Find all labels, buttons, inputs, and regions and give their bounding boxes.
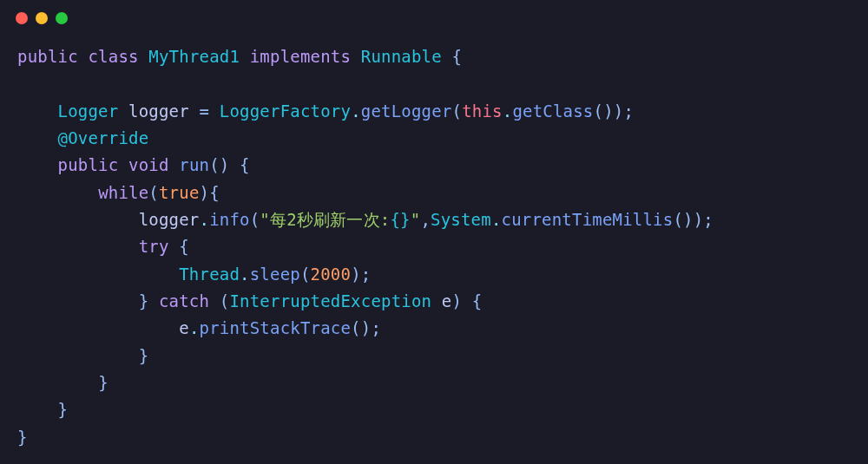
equals: = xyxy=(200,101,210,121)
paren: ) xyxy=(683,210,694,229)
string-placeholder: {} xyxy=(390,210,410,229)
paren: ( xyxy=(673,210,683,229)
brace: } xyxy=(139,346,149,365)
method-getclass: getClass xyxy=(512,101,593,121)
paren: ) xyxy=(361,318,372,337)
keyword-try: try xyxy=(139,237,169,256)
semicolon: ; xyxy=(703,210,713,229)
ident-logger: logger xyxy=(139,210,200,229)
type-interruptedexception: InterruptedException xyxy=(229,291,431,310)
brace: { xyxy=(209,183,220,202)
semicolon: ; xyxy=(371,318,381,337)
annotation-override: @Override xyxy=(58,128,149,147)
type-loggerfactory: LoggerFactory xyxy=(220,101,351,121)
paren: ( xyxy=(300,265,311,284)
code-block: public class MyThread1 implements Runnab… xyxy=(0,28,868,451)
paren: ) xyxy=(694,210,704,229)
semicolon: ; xyxy=(623,101,634,121)
brace: } xyxy=(17,428,28,447)
keyword-implements: implements xyxy=(250,47,351,66)
string-body: 每2秒刷新一次: xyxy=(270,210,390,229)
brace: } xyxy=(58,400,69,419)
ident-e: e xyxy=(442,291,452,310)
interface-name: Runnable xyxy=(361,47,442,66)
type-logger: Logger xyxy=(58,101,119,121)
ident-e: e xyxy=(179,318,189,337)
method-getlogger: getLogger xyxy=(361,101,452,121)
paren: ) xyxy=(351,265,361,284)
keyword-void: void xyxy=(128,155,169,174)
keyword-while: while xyxy=(98,183,148,202)
class-name: MyThread1 xyxy=(148,47,240,66)
method-run: run xyxy=(179,155,209,174)
method-printstacktrace: printStackTrace xyxy=(200,318,352,337)
keyword-catch: catch xyxy=(159,291,209,310)
brace: { xyxy=(179,237,189,256)
code-window: public class MyThread1 implements Runnab… xyxy=(0,0,868,464)
string-quote: " xyxy=(260,210,270,229)
close-icon[interactable] xyxy=(16,12,28,24)
brace: } xyxy=(98,373,108,392)
paren: ) xyxy=(603,101,614,121)
dot: . xyxy=(240,265,250,284)
paren: ) xyxy=(220,155,230,174)
method-sleep: sleep xyxy=(250,265,300,284)
paren: ( xyxy=(209,155,220,174)
dot: . xyxy=(351,101,361,121)
brace: { xyxy=(452,47,463,66)
dot: . xyxy=(491,210,502,229)
paren: ) xyxy=(614,101,624,121)
brace: } xyxy=(139,291,149,310)
paren: ( xyxy=(452,101,463,121)
paren: ) xyxy=(452,291,463,310)
literal-2000: 2000 xyxy=(311,265,352,284)
ident-logger: logger xyxy=(128,101,189,121)
dot: . xyxy=(503,101,513,121)
method-currenttimemillis: currentTimeMillis xyxy=(502,210,674,229)
window-titlebar xyxy=(0,0,868,28)
keyword-public: public xyxy=(58,155,119,174)
brace: { xyxy=(472,291,483,310)
keyword-class: class xyxy=(88,47,138,66)
paren: ( xyxy=(148,183,159,202)
semicolon: ; xyxy=(361,265,372,284)
method-info: info xyxy=(209,210,250,229)
dot: . xyxy=(200,210,210,229)
keyword-public: public xyxy=(17,47,78,66)
dot: . xyxy=(189,318,200,337)
maximize-icon[interactable] xyxy=(56,12,68,24)
line: public class MyThread1 implements Runnab… xyxy=(17,47,462,66)
type-thread: Thread xyxy=(179,265,240,284)
paren: ( xyxy=(220,291,230,310)
literal-true: true xyxy=(159,183,200,202)
minimize-icon[interactable] xyxy=(36,12,48,24)
paren: ) xyxy=(200,183,210,202)
keyword-this: this xyxy=(462,101,503,121)
type-system: System xyxy=(431,210,491,229)
paren: ( xyxy=(250,210,260,229)
brace: { xyxy=(240,155,250,174)
comma: , xyxy=(420,210,431,229)
paren: ( xyxy=(351,318,361,337)
paren: ( xyxy=(594,101,604,121)
string-quote: " xyxy=(411,210,421,229)
